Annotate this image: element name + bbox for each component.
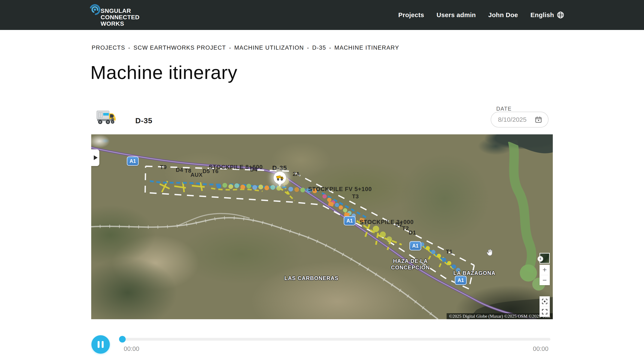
breadcrumb-machine-utilization[interactable]: MACHINE UTILIZATION bbox=[234, 44, 304, 51]
pause-icon bbox=[98, 341, 100, 348]
breadcrumb-separator: - bbox=[128, 44, 130, 51]
map-overlay bbox=[91, 134, 553, 319]
sngular-spiral-icon bbox=[89, 3, 102, 16]
railway-line bbox=[91, 218, 438, 319]
page-title: Machine itinerary bbox=[90, 62, 238, 83]
crosshair-icon bbox=[542, 298, 548, 305]
zone-label: T3 bbox=[352, 193, 358, 200]
nav-user-john-doe[interactable]: John Doe bbox=[488, 11, 518, 19]
zone-label: D4 bbox=[250, 166, 257, 173]
road-badge-a1: A1 bbox=[344, 216, 356, 226]
breadcrumb-machine-itinerary: MACHINE ITINERARY bbox=[334, 44, 399, 51]
machine-marker-pin[interactable] bbox=[274, 172, 286, 184]
timeline-slider-track[interactable] bbox=[122, 338, 550, 341]
fullscreen-button[interactable] bbox=[540, 307, 550, 317]
zoom-in-button[interactable]: + bbox=[540, 265, 550, 275]
calendar-icon[interactable] bbox=[535, 116, 542, 123]
itinerary-map[interactable]: A1 A1 A1 A1 T9 D4 T8 AUX D5 T6 STOCKPILE… bbox=[91, 134, 553, 319]
nav-menu: Projects Users admin John Doe English bbox=[398, 11, 564, 19]
zone-label: AUX bbox=[190, 172, 202, 178]
machine-marker-label: D-35 bbox=[272, 164, 287, 172]
zone-label: T1 bbox=[446, 248, 452, 255]
breadcrumb-separator: - bbox=[307, 44, 309, 51]
zone-label: D4 bbox=[176, 167, 183, 173]
total-time: 00:00 bbox=[533, 345, 548, 352]
play-triangle-icon bbox=[94, 155, 98, 160]
place-label-las-carboneras: LAS CARBONERAS bbox=[284, 275, 339, 281]
sngular-logo[interactable]: SNGULAR CONNECTED WORKS bbox=[89, 3, 140, 27]
hand-cursor-icon bbox=[486, 248, 494, 256]
basemap-toggle-button[interactable]: ‹ bbox=[540, 253, 550, 264]
dump-truck-icon bbox=[276, 175, 284, 181]
globe-icon bbox=[557, 11, 564, 19]
nav-projects[interactable]: Projects bbox=[398, 11, 424, 19]
place-label-la-bazagona: LA BAZAGONA bbox=[454, 270, 496, 276]
language-label: English bbox=[530, 11, 554, 19]
road-badge-a1: A1 bbox=[455, 276, 467, 285]
zone-label-stockpile: STOCKPILE FV 5+100 bbox=[308, 186, 372, 193]
zone-label: T2 bbox=[402, 225, 409, 232]
date-field[interactable] bbox=[491, 112, 548, 127]
nav-language[interactable]: English bbox=[530, 11, 564, 19]
zone-label: D2 bbox=[395, 221, 402, 228]
breadcrumb: PROJECTS-SCW EARTHWORKS PROJECT-MACHINE … bbox=[92, 44, 399, 51]
top-navbar: SNGULAR CONNECTED WORKS Projects Users a… bbox=[0, 0, 644, 30]
breadcrumb-separator: - bbox=[229, 44, 232, 51]
timeline-slider-thumb[interactable] bbox=[119, 336, 126, 343]
zoom-out-button[interactable]: − bbox=[540, 275, 550, 285]
map-attribution: ©2025 Digital Globe (Maxar) ©2025 OSM ©2… bbox=[446, 313, 553, 319]
place-label-line: CONCEPCIÓN bbox=[391, 264, 430, 271]
zone-label-stockpile: STOCKPILE 3+000 bbox=[360, 219, 414, 226]
breadcrumb-projects[interactable]: PROJECTS bbox=[92, 44, 125, 51]
machine-name: D-35 bbox=[135, 116, 152, 125]
breadcrumb-d35[interactable]: D-35 bbox=[312, 44, 326, 51]
zoom-control: + − bbox=[540, 265, 550, 285]
zone-label: D1 bbox=[409, 229, 416, 236]
map-panel-expand-button[interactable] bbox=[91, 149, 99, 166]
lake bbox=[496, 134, 553, 153]
zone-label: T9 bbox=[160, 164, 166, 171]
date-input[interactable] bbox=[498, 116, 534, 123]
river-band bbox=[512, 141, 532, 271]
machine-itinerary-page: SNGULAR CONNECTED WORKS Projects Users a… bbox=[0, 0, 644, 362]
road-badge-a1: A1 bbox=[127, 156, 139, 166]
place-label-line: HAZA DE LA bbox=[391, 258, 430, 264]
place-label-haza-de-la-concepcion: HAZA DE LA CONCEPCIÓN bbox=[391, 258, 430, 271]
breadcrumb-separator: - bbox=[329, 44, 332, 51]
a1-road bbox=[91, 147, 536, 319]
zone-label: 2A bbox=[293, 171, 300, 177]
pause-icon bbox=[102, 341, 104, 348]
recenter-button[interactable] bbox=[540, 296, 550, 307]
elapsed-time: 00:00 bbox=[124, 345, 140, 352]
logo-text: SNGULAR CONNECTED WORKS bbox=[100, 8, 140, 27]
chevron-left-icon: ‹ bbox=[538, 256, 543, 262]
pause-button[interactable] bbox=[92, 335, 110, 354]
truck-icon bbox=[96, 109, 118, 128]
date-field-label: DATE bbox=[496, 106, 512, 112]
nav-users-admin[interactable]: Users admin bbox=[436, 11, 476, 19]
breadcrumb-scw-project[interactable]: SCW EARTHWORKS PROJECT bbox=[134, 44, 226, 51]
road-badge-a1: A1 bbox=[409, 241, 421, 251]
fullscreen-icon bbox=[542, 309, 548, 315]
